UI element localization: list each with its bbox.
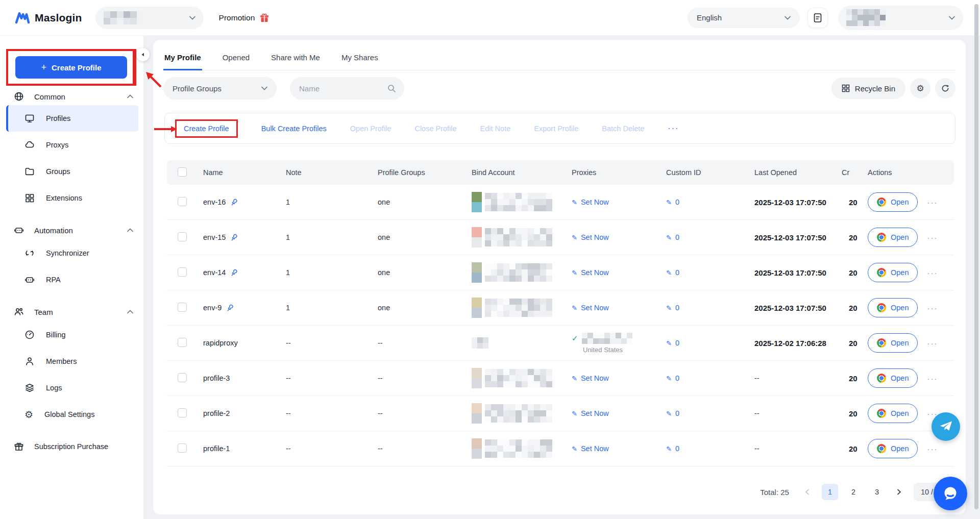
custom-id-link[interactable]: ✎0 (657, 409, 746, 417)
recycle-bin-button[interactable]: Recycle Bin (831, 78, 905, 99)
open-profile-button[interactable]: Open (868, 192, 918, 212)
row-checkbox[interactable] (178, 303, 187, 312)
search-icon[interactable] (387, 84, 396, 93)
action-create-profile[interactable]: Create Profile (184, 125, 229, 133)
tab-opened[interactable]: Opened (222, 40, 251, 70)
name-search-input[interactable] (299, 84, 381, 93)
action-edit-note[interactable]: Edit Note (480, 125, 511, 133)
row-checkbox[interactable] (178, 338, 187, 347)
action-batch-delete[interactable]: Batch Delete (602, 125, 644, 133)
row-more-button[interactable]: ··· (927, 339, 938, 348)
last-opened-cell: -- (746, 444, 840, 453)
sidebar-item-profiles[interactable]: Profiles (6, 105, 138, 132)
set-now-link[interactable]: ✎Set Now (572, 409, 609, 417)
action-export-profile[interactable]: Export Profile (534, 125, 578, 133)
row-more-button[interactable]: ··· (927, 233, 938, 242)
open-profile-button[interactable]: Open (868, 404, 918, 423)
open-profile-button[interactable]: Open (868, 263, 918, 282)
row-more-button[interactable]: ··· (927, 444, 938, 453)
custom-id-link[interactable]: ✎0 (657, 304, 746, 312)
tab-my-shares[interactable]: My Shares (340, 40, 379, 70)
more-actions-button[interactable]: ··· (668, 124, 679, 133)
sidebar-item-logs[interactable]: Logs (6, 375, 138, 401)
custom-id-link[interactable]: ✎0 (657, 339, 746, 347)
sidebar-item-subscription-purchase[interactable]: Subscription Purchase (0, 437, 143, 456)
table-body: env-16 1 one ✎Set Now ✎0 2025-12-03 17:0… (167, 185, 954, 466)
action-open-profile[interactable]: Open Profile (350, 125, 391, 133)
sidebar-section-common[interactable]: Common (0, 88, 143, 105)
sidebar-nav: Common Profiles Proxys Groups Extensions… (0, 88, 143, 456)
proxy-cell: ✎Set Now (563, 304, 657, 312)
plus-icon: + (41, 62, 46, 73)
row-checkbox[interactable] (178, 373, 187, 382)
col-bind-account: Bind Account (463, 168, 563, 177)
row-checkbox[interactable] (178, 408, 187, 417)
refresh-button[interactable] (935, 78, 955, 98)
row-checkbox[interactable] (178, 232, 187, 241)
monitor-icon (24, 113, 35, 123)
custom-id-link[interactable]: ✎0 (657, 268, 746, 277)
row-checkbox[interactable] (178, 443, 187, 453)
sidebar-item-rpa[interactable]: RPA (6, 266, 138, 293)
set-now-link[interactable]: ✎Set Now (572, 304, 609, 312)
table-settings-button[interactable]: ⚙ (910, 78, 930, 98)
open-profile-button[interactable]: Open (868, 333, 918, 353)
promotion-link[interactable]: Promotion (219, 13, 270, 23)
open-profile-button[interactable]: Open (868, 439, 918, 458)
page-button-1[interactable]: 1 (822, 484, 838, 500)
row-more-button[interactable]: ··· (927, 374, 938, 383)
pagination: Total: 25 1 2 3 10 / Page (153, 483, 960, 501)
sidebar-section-team[interactable]: Team (0, 302, 143, 322)
custom-id-link[interactable]: ✎0 (657, 233, 746, 241)
chat-support-button[interactable] (934, 477, 967, 510)
set-now-link[interactable]: ✎Set Now (572, 268, 609, 277)
row-more-button[interactable]: ··· (927, 198, 938, 207)
sidebar-item-billing[interactable]: Billing (6, 322, 138, 348)
set-now-link[interactable]: ✎Set Now (572, 374, 609, 382)
row-more-button[interactable]: ··· (927, 268, 938, 277)
workspace-select[interactable] (95, 7, 204, 29)
next-page-button[interactable] (892, 485, 906, 499)
account-menu[interactable] (838, 6, 963, 30)
prev-page-button[interactable] (800, 485, 815, 499)
page-button-2[interactable]: 2 (845, 484, 862, 500)
sidebar-item-global-settings[interactable]: ⚙ Global Settings (6, 401, 138, 428)
select-all-checkbox[interactable] (178, 167, 187, 177)
profile-group-cell: one (369, 304, 463, 312)
sidebar-item-groups[interactable]: Groups (6, 158, 138, 185)
tab-share-with-me[interactable]: Share with Me (270, 40, 321, 70)
sidebar-item-extensions[interactable]: Extensions (6, 185, 138, 211)
sidebar-section-automation[interactable]: Automation (0, 220, 143, 240)
pin-icon[interactable] (230, 268, 238, 277)
vertical-scrollbar[interactable] (974, 4, 978, 509)
pin-icon[interactable] (226, 304, 234, 312)
tab-my-profile[interactable]: My Profile (163, 40, 202, 70)
sidebar-item-proxys[interactable]: Proxys (6, 132, 138, 158)
sidebar-item-synchronizer[interactable]: Synchronizer (6, 240, 138, 266)
custom-id-link[interactable]: ✎0 (657, 198, 746, 206)
telegram-button[interactable] (932, 412, 960, 441)
custom-id-link[interactable]: ✎0 (657, 374, 746, 382)
action-close-profile[interactable]: Close Profile (414, 125, 456, 133)
action-bulk-create-profiles[interactable]: Bulk Create Profiles (261, 125, 327, 133)
set-now-link[interactable]: ✎Set Now (572, 233, 609, 241)
sidebar-item-members[interactable]: Members (6, 348, 138, 375)
notes-button[interactable] (807, 8, 828, 28)
open-profile-button[interactable]: Open (868, 228, 918, 247)
set-now-link[interactable]: ✎Set Now (572, 198, 609, 206)
sidebar-collapse-button[interactable] (136, 48, 150, 61)
set-now-link[interactable]: ✎Set Now (572, 444, 609, 453)
create-profile-button[interactable]: + Create Profile (15, 56, 127, 79)
row-checkbox[interactable] (178, 197, 187, 206)
profile-groups-select[interactable]: Profile Groups (163, 77, 277, 100)
bind-account-redacted (463, 438, 563, 459)
pin-icon[interactable] (230, 233, 238, 242)
row-more-button[interactable]: ··· (927, 304, 938, 312)
open-profile-button[interactable]: Open (868, 368, 918, 388)
row-checkbox[interactable] (178, 267, 187, 277)
pin-icon[interactable] (230, 198, 238, 207)
custom-id-link[interactable]: ✎0 (657, 444, 746, 453)
open-profile-button[interactable]: Open (868, 298, 918, 317)
language-select[interactable]: English (688, 8, 800, 28)
page-button-3[interactable]: 3 (869, 484, 885, 500)
